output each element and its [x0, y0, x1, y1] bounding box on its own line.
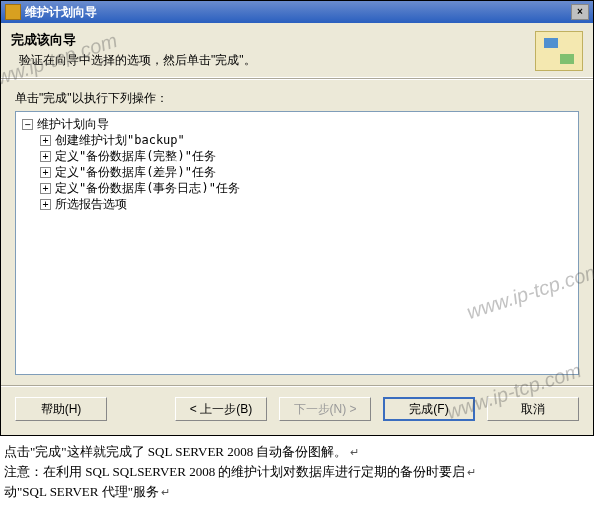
tree-root-label: 维护计划向导: [37, 116, 109, 132]
wizard-header: 完成该向导 验证在向导中选择的选项，然后单击"完成"。: [1, 23, 593, 78]
annotation-text: 点击"完成"这样就完成了 SQL SERVER 2008 自动备份图解。 注意：…: [0, 436, 594, 505]
expand-icon[interactable]: +: [40, 135, 51, 146]
cancel-button[interactable]: 取消: [487, 397, 579, 421]
tree-item-label: 所选报告选项: [55, 196, 127, 212]
tree-item[interactable]: + 创建维护计划"backup": [22, 132, 572, 148]
finish-button[interactable]: 完成(F): [383, 397, 475, 421]
tree-item[interactable]: + 定义"备份数据库(差异)"任务: [22, 164, 572, 180]
back-button[interactable]: < 上一步(B): [175, 397, 267, 421]
expand-icon[interactable]: +: [40, 151, 51, 162]
expand-icon[interactable]: +: [40, 167, 51, 178]
expand-icon[interactable]: +: [40, 199, 51, 210]
close-button[interactable]: ×: [571, 4, 589, 20]
tree-item-label: 定义"备份数据库(事务日志)"任务: [55, 180, 240, 196]
app-icon: [5, 4, 21, 20]
next-button: 下一步(N) >: [279, 397, 371, 421]
expand-icon[interactable]: +: [40, 183, 51, 194]
help-button[interactable]: 帮助(H): [15, 397, 107, 421]
header-description: 验证在向导中选择的选项，然后单击"完成"。: [11, 52, 535, 69]
collapse-icon[interactable]: −: [22, 119, 33, 130]
header-title: 完成该向导: [11, 31, 535, 49]
note-line: 注意：在利用 SQL SQLSERVER 2008 的维护计划对数据库进行定期的…: [4, 462, 590, 482]
summary-tree[interactable]: − 维护计划向导 + 创建维护计划"backup" + 定义"备份数据库(完整)…: [15, 111, 579, 375]
tree-item[interactable]: + 定义"备份数据库(完整)"任务: [22, 148, 572, 164]
wizard-dialog: 维护计划向导 × 完成该向导 验证在向导中选择的选项，然后单击"完成"。 单击"…: [0, 0, 594, 436]
tree-item[interactable]: + 所选报告选项: [22, 196, 572, 212]
instruction-text: 单击"完成"以执行下列操作：: [15, 90, 579, 107]
tree-item-label: 定义"备份数据库(差异)"任务: [55, 164, 216, 180]
tree-item-label: 定义"备份数据库(完整)"任务: [55, 148, 216, 164]
window-title: 维护计划向导: [25, 4, 97, 21]
note-line: 点击"完成"这样就完成了 SQL SERVER 2008 自动备份图解。: [4, 442, 590, 462]
wizard-icon: [535, 31, 583, 71]
tree-item-label: 创建维护计划"backup": [55, 132, 185, 148]
note-line: 动"SQL SERVER 代理"服务: [4, 482, 590, 502]
tree-root[interactable]: − 维护计划向导: [22, 116, 572, 132]
content-area: 单击"完成"以执行下列操作： − 维护计划向导 + 创建维护计划"backup"…: [1, 80, 593, 385]
titlebar[interactable]: 维护计划向导 ×: [1, 1, 593, 23]
tree-item[interactable]: + 定义"备份数据库(事务日志)"任务: [22, 180, 572, 196]
button-bar: 帮助(H) < 上一步(B) 下一步(N) > 完成(F) 取消: [1, 387, 593, 435]
